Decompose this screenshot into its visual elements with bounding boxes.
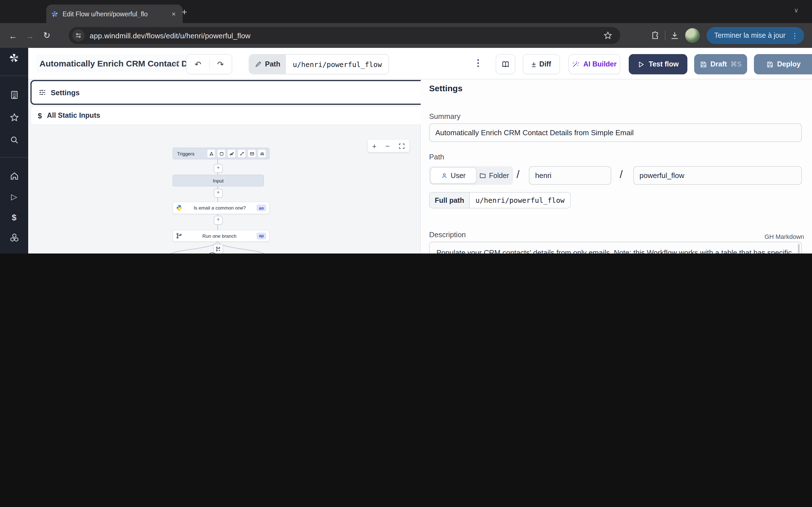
resources-cubes-icon[interactable] <box>0 233 28 242</box>
redo-button[interactable]: ↷ <box>209 60 232 69</box>
forward-icon[interactable]: → <box>21 31 38 40</box>
sidebar-divider <box>0 75 28 76</box>
url-text: app.windmill.dev/flows/edit/u/henri/powe… <box>90 31 251 40</box>
sliders-icon <box>38 89 46 96</box>
settings-panel: Settings Summary Path User Folder / / Fu… <box>421 79 812 253</box>
flow-settings-selector[interactable]: Settings <box>31 80 430 105</box>
reload-icon[interactable]: ↻ <box>38 31 55 41</box>
webhook-trigger-icon[interactable] <box>207 149 215 158</box>
flow-node-run-one-branch-1[interactable]: Run one branch ap <box>172 230 269 242</box>
address-bar[interactable]: app.windmill.dev/flows/edit/u/henri/powe… <box>69 27 620 44</box>
flow-node-input[interactable]: Input <box>172 175 264 186</box>
full-path-chip: Full path u/henri/powerful_flow <box>429 192 571 209</box>
deploy-button[interactable]: Deploy ∨ <box>754 54 812 74</box>
windmill-favicon-icon <box>51 10 59 18</box>
search-icon[interactable] <box>0 135 28 145</box>
undo-redo-group: ↶ ↷ <box>186 54 232 74</box>
flow-editor-header: Automatically Enrich CRM Contact D ↶ ↷ P… <box>28 48 812 79</box>
http-route-trigger-icon[interactable] <box>227 149 236 158</box>
schedule-trigger-icon[interactable] <box>217 149 225 158</box>
test-flow-button[interactable]: Test flow <box>629 54 688 74</box>
docs-book-button[interactable] <box>496 54 515 74</box>
path-separator: / <box>620 168 623 181</box>
browser-menu-icon[interactable]: ⋮ <box>791 31 799 40</box>
workspace-icon[interactable] <box>0 90 28 100</box>
sidebar-divider <box>0 157 28 158</box>
markdown-hint: GH Markdown <box>764 233 804 240</box>
fit-view-button[interactable] <box>399 143 405 149</box>
add-step-button[interactable]: + <box>214 189 223 198</box>
undo-button[interactable]: ↶ <box>187 60 209 69</box>
toolbar-divider <box>665 31 665 41</box>
play-icon <box>638 61 645 68</box>
save-icon <box>700 61 707 68</box>
favorites-star-icon[interactable] <box>0 113 28 122</box>
magic-wand-icon <box>572 60 580 68</box>
folder-icon <box>479 172 486 179</box>
site-settings-icon[interactable] <box>72 29 85 42</box>
add-branch-button[interactable] <box>213 244 223 253</box>
extensions-icon[interactable] <box>651 31 660 40</box>
flow-node-is-email-common[interactable]: Is email a common one? ao <box>172 202 269 214</box>
edit-title-pencil-icon[interactable] <box>173 59 181 67</box>
path-separator: / <box>516 168 520 181</box>
profile-avatar[interactable] <box>685 28 700 43</box>
python-icon <box>176 205 183 211</box>
scrape-trigger-icon[interactable] <box>258 149 266 158</box>
canvas-zoom-controls: + − <box>368 140 409 152</box>
summary-label: Summary <box>429 112 460 121</box>
screen: Edit Flow u/henri/powerful_flo × + ∨ ← →… <box>0 0 812 253</box>
full-path-label: Full path <box>430 193 469 208</box>
summary-input[interactable] <box>429 123 802 142</box>
bookmark-star-icon[interactable] <box>603 31 612 40</box>
flow-canvas-panel: Settings $ All Static Inputs + − <box>28 79 421 253</box>
description-textarea[interactable]: Populate your CRM contacts' details from… <box>429 242 802 253</box>
add-step-button[interactable]: + <box>214 164 223 173</box>
folder-toggle[interactable]: Folder <box>476 172 512 179</box>
browser-toolbar: ← → ↻ app.windmill.dev/flows/edit/u/henr… <box>0 23 812 48</box>
save-draft-button[interactable]: Draft ⌘S <box>694 54 747 74</box>
more-options-kebab-icon[interactable]: ⋮ <box>474 57 483 68</box>
path-label: Path <box>429 153 444 161</box>
owner-kind-toggle: User Folder <box>429 166 513 185</box>
branch-icon <box>176 233 182 239</box>
settings-heading: Settings <box>429 83 462 93</box>
new-tab-button[interactable]: + <box>182 7 187 18</box>
textarea-scrollbar[interactable] <box>798 244 800 253</box>
back-icon[interactable]: ← <box>4 31 21 40</box>
flow-connectors <box>28 79 420 253</box>
diff-button[interactable]: ± Diff <box>523 54 560 74</box>
tab-strip: Edit Flow u/henri/powerful_flo × + ∨ <box>0 0 812 23</box>
browser-tab[interactable]: Edit Flow u/henri/powerful_flo × <box>46 4 183 23</box>
diff-icon: ± <box>531 60 536 69</box>
tab-search-chevron-icon[interactable]: ∨ <box>794 7 799 14</box>
windmill-logo-icon[interactable] <box>0 52 28 64</box>
description-label: Description <box>429 230 466 239</box>
home-icon[interactable] <box>0 171 28 181</box>
path-chip[interactable]: Path u/henri/powerful_flow <box>249 54 389 74</box>
zoom-in-button[interactable]: + <box>372 142 376 150</box>
flow-name-input[interactable] <box>633 166 802 185</box>
app-sidebar: ▷ $ + ⚙ <box>0 48 28 253</box>
ai-builder-button[interactable]: AI Builder <box>568 54 620 74</box>
variables-dollar-icon[interactable]: $ <box>0 212 28 222</box>
save-icon <box>766 61 774 68</box>
owner-input[interactable] <box>529 166 611 185</box>
all-static-inputs-selector[interactable]: $ All Static Inputs <box>31 106 428 125</box>
pencil-icon <box>255 61 262 68</box>
add-step-button[interactable]: + <box>214 216 223 225</box>
path-chip-value: u/henri/powerful_flow <box>286 55 389 74</box>
runs-play-icon[interactable]: ▷ <box>0 192 28 201</box>
email-trigger-icon[interactable] <box>248 149 256 158</box>
dollar-icon: $ <box>38 111 42 120</box>
zoom-out-button[interactable]: − <box>386 142 390 150</box>
triggers-node[interactable]: Triggers <box>172 148 269 159</box>
flow-title[interactable]: Automatically Enrich CRM Contact D <box>36 54 186 72</box>
full-path-value: u/henri/powerful_flow <box>469 193 570 208</box>
path-chip-label: Path <box>249 55 286 74</box>
downloads-icon[interactable] <box>670 31 679 40</box>
browser-update-button[interactable]: Terminer la mise à jour ⋮ <box>706 27 804 44</box>
tab-close-icon[interactable]: × <box>169 9 178 18</box>
websocket-trigger-icon[interactable] <box>238 149 246 158</box>
user-toggle[interactable]: User <box>430 167 476 184</box>
